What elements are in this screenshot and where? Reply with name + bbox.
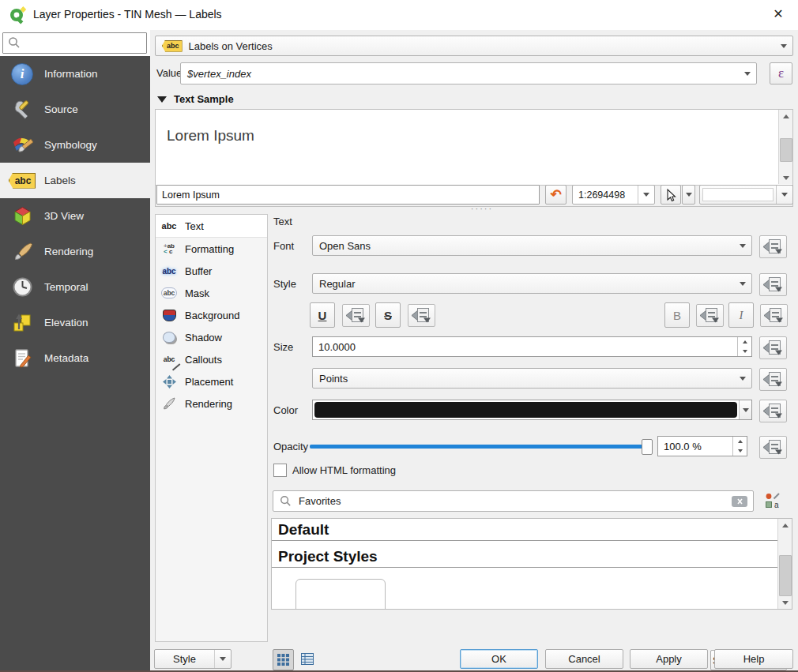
tab-label: Rendering — [185, 398, 232, 410]
tab-shadow[interactable]: Shadow — [156, 326, 267, 348]
splitter-handle[interactable]: ····· — [458, 206, 506, 211]
slider-handle[interactable] — [642, 439, 653, 455]
spin-down-icon[interactable] — [733, 446, 747, 456]
sample-text-input[interactable] — [156, 185, 540, 205]
close-button[interactable]: ✕ — [765, 3, 792, 25]
map-tool-button[interactable] — [661, 185, 681, 205]
sidebar-item-label: Labels — [44, 175, 76, 186]
style-combobox[interactable]: Regular — [312, 273, 752, 294]
data-defined-override-underline-button[interactable] — [342, 304, 370, 327]
bold-button[interactable]: B — [664, 302, 690, 328]
opacity-slider[interactable] — [310, 438, 653, 454]
tab-text[interactable]: abc Text — [156, 215, 267, 238]
color-button[interactable] — [312, 400, 752, 420]
shadow-icon — [160, 328, 179, 346]
data-defined-override-style-button[interactable] — [759, 273, 787, 296]
chevron-down-icon — [781, 44, 787, 48]
spinner-buttons[interactable] — [732, 437, 747, 456]
strikethrough-button[interactable]: S — [375, 302, 401, 328]
ok-button[interactable]: OK — [460, 649, 538, 669]
data-defined-override-italic-button[interactable] — [760, 304, 788, 327]
sidebar-item-labels[interactable]: abc Labels — [0, 163, 150, 198]
data-defined-override-font-button[interactable] — [759, 235, 787, 258]
expression-builder-button[interactable]: ε — [770, 62, 792, 84]
sidebar-item-metadata[interactable]: Metadata — [0, 340, 150, 376]
reset-sample-button[interactable]: ↶ — [545, 185, 567, 205]
spin-up-icon[interactable] — [738, 337, 751, 347]
scrollbar-thumb[interactable] — [780, 138, 792, 162]
tab-callouts[interactable]: abc Callouts — [156, 348, 267, 370]
spinner-buttons[interactable] — [737, 337, 751, 356]
style-browser-list[interactable]: Default Project Styles — [271, 518, 792, 610]
chevron-down-icon — [638, 186, 654, 204]
map-tool-dropdown-button[interactable] — [682, 185, 695, 205]
preview-scrollbar[interactable] — [778, 110, 792, 184]
text-icon: abc — [160, 217, 179, 235]
list-view-button[interactable] — [297, 649, 317, 669]
scroll-down-icon[interactable] — [779, 171, 792, 184]
data-defined-override-opacity-button[interactable] — [759, 436, 787, 459]
rendering-brush-icon — [160, 395, 179, 412]
opacity-spinbox[interactable]: 100.0 % — [657, 436, 747, 456]
background-color-combobox[interactable] — [699, 185, 793, 205]
sidebar-item-temporal[interactable]: Temporal — [0, 269, 150, 305]
styles-scrollbar[interactable] — [777, 519, 792, 609]
label-mode-combobox[interactable]: abc Labels on Vertices — [155, 36, 793, 56]
underline-button[interactable]: U — [310, 302, 335, 328]
scroll-up-icon[interactable] — [779, 110, 792, 122]
size-spinbox[interactable]: 10.0000 — [312, 336, 752, 357]
tab-buffer[interactable]: abc Buffer — [156, 260, 267, 282]
spin-down-icon[interactable] — [738, 347, 751, 356]
clear-filter-icon[interactable] — [731, 495, 748, 508]
data-defined-override-strikethrough-button[interactable] — [408, 304, 435, 327]
tab-label: Callouts — [185, 354, 222, 366]
sidebar-item-symbology[interactable]: Symbology — [0, 127, 150, 163]
value-expression-combobox[interactable]: $vertex_index — [180, 62, 757, 84]
cancel-button[interactable]: Cancel — [545, 649, 623, 669]
data-defined-override-bold-button[interactable] — [696, 304, 724, 327]
sidebar-item-source[interactable]: Source — [0, 92, 150, 127]
tab-formatting[interactable]: +ab< c Formatting — [156, 238, 267, 260]
data-defined-override-unit-button[interactable] — [759, 368, 787, 391]
tab-mask[interactable]: abc Mask — [156, 282, 267, 304]
style-filter-combobox[interactable]: Favorites — [273, 490, 754, 512]
tab-placement[interactable]: Placement — [156, 370, 267, 392]
background-icon — [160, 306, 179, 324]
font-value: Open Sans — [319, 240, 371, 252]
sidebar-item-information[interactable]: i Information — [0, 56, 150, 92]
tab-background[interactable]: Background — [156, 304, 267, 326]
icon-view-button[interactable] — [273, 649, 294, 670]
data-defined-override-color-button[interactable] — [759, 400, 787, 422]
sidebar-item-rendering[interactable]: Rendering — [0, 234, 150, 269]
spin-up-icon[interactable] — [733, 437, 747, 446]
allow-html-checkbox[interactable] — [273, 464, 287, 477]
scrollbar-thumb[interactable] — [779, 555, 792, 596]
tab-label: Placement — [185, 376, 233, 388]
scroll-down-icon[interactable] — [778, 596, 792, 609]
italic-button[interactable]: I — [728, 302, 754, 328]
sidebar-item-elevation[interactable]: Elevation — [0, 305, 150, 340]
color-dropdown-icon[interactable] — [739, 400, 751, 419]
sidebar-search-input[interactable] — [2, 32, 147, 54]
style-menu-button[interactable]: Style — [154, 649, 231, 669]
font-label: Font — [273, 240, 294, 252]
size-unit-combobox[interactable]: Points — [312, 368, 752, 389]
preview-scale-combobox[interactable]: 1:2694498 — [572, 185, 655, 205]
sidebar-item-3d-view[interactable]: 3D View — [0, 198, 150, 234]
help-button[interactable]: Help — [714, 649, 793, 669]
temporal-icon — [10, 276, 34, 299]
tab-rendering[interactable]: Rendering — [156, 392, 267, 415]
data-defined-override-size-button[interactable] — [759, 336, 787, 359]
text-sample-header[interactable]: Text Sample — [157, 93, 234, 105]
group-title: Text — [273, 216, 292, 227]
data-defined-icon — [762, 439, 784, 456]
apply-button[interactable]: Apply — [630, 649, 708, 669]
style-manager-button[interactable]: a — [764, 492, 783, 511]
style-preview-card[interactable] — [295, 579, 386, 610]
formatting-icon: +ab< c — [160, 240, 179, 257]
font-combobox[interactable]: Open Sans — [312, 235, 752, 256]
data-defined-icon — [762, 276, 784, 293]
rendering-icon — [10, 240, 34, 264]
tab-label: Mask — [185, 287, 209, 299]
scroll-up-icon[interactable] — [778, 519, 792, 531]
